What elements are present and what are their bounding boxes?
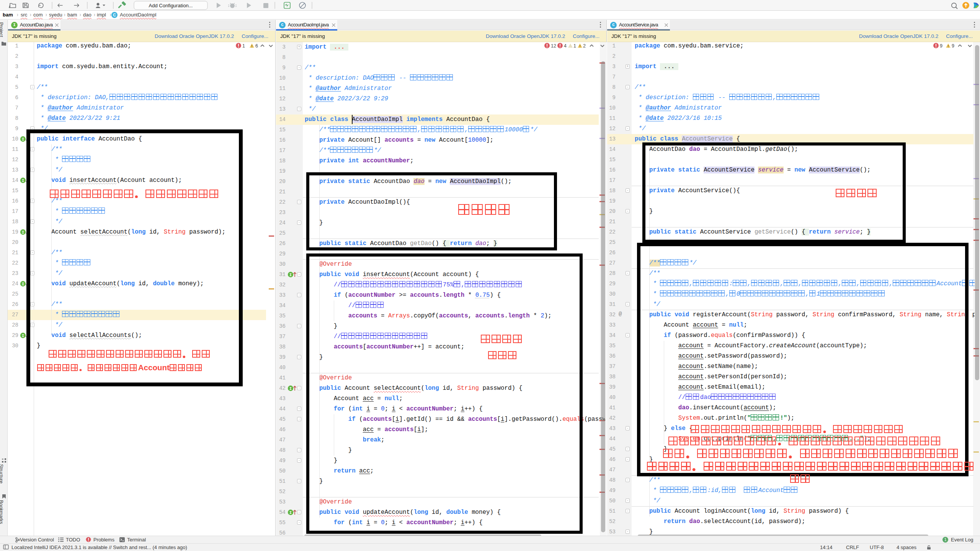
svg-text:9: 9 [940, 43, 942, 49]
svg-text:1: 1 [242, 43, 245, 49]
svg-text:I: I [289, 273, 292, 277]
svg-text:I: I [289, 387, 292, 391]
svg-text:1: 1 [573, 43, 576, 49]
svg-text:Add Configuration...: Add Configuration... [149, 3, 193, 8]
svg-text:9: 9 [952, 43, 954, 49]
svg-text:6: 6 [255, 43, 258, 49]
svg-text:I: I [22, 179, 24, 183]
svg-text:I: I [22, 282, 24, 286]
svg-text:12: 12 [551, 43, 556, 49]
svg-text:2: 2 [583, 43, 586, 49]
svg-text:4: 4 [564, 43, 567, 49]
svg-text:I: I [22, 334, 24, 338]
svg-text:I: I [22, 137, 24, 142]
svg-text:I: I [289, 511, 292, 515]
svg-text:I: I [22, 231, 24, 235]
